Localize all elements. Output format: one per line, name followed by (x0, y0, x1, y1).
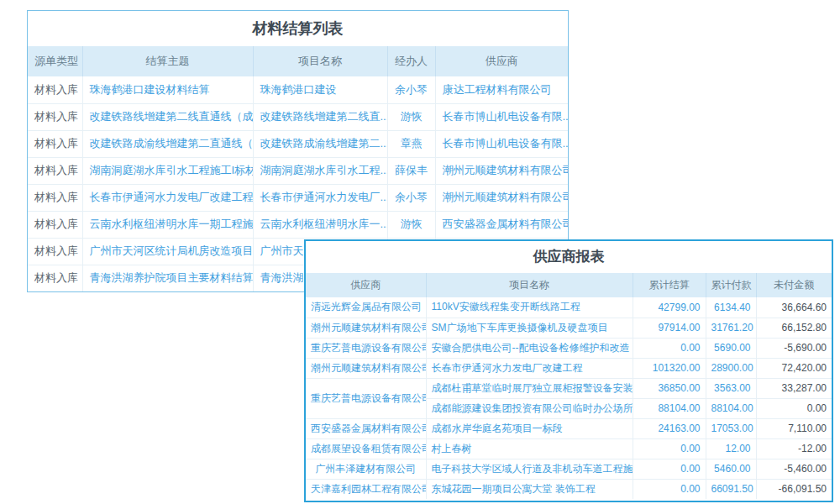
cell-unpaid-amount: -66,091.50 (756, 479, 832, 499)
table-row: 重庆艺普电源设备有限公司 成都杜甫草堂临时展厅独立展柜报警设备安装项目 3685… (306, 378, 832, 398)
cell-total-settled[interactable]: 24163.00 (633, 418, 706, 438)
cell-project-link[interactable]: 安徽合肥供电公司--配电设备检修维护和改造 (426, 338, 633, 358)
cell-supplier-link[interactable]: 潮州元顺建筑材料有限公司 (306, 358, 426, 378)
cell-unpaid-amount: 36,664.60 (756, 297, 832, 318)
cell-unpaid-amount: 66,152.80 (756, 318, 832, 338)
table-row: 材料入库 长春市伊通河水力发电厂改建工程... 长春市伊通河水力发电厂... 余… (28, 184, 568, 211)
cell-unpaid-amount: 72,420.00 (756, 358, 832, 378)
cell-handler: 章燕 (387, 130, 435, 157)
cell-supplier-link[interactable]: 长春市博山机电设备有限... (435, 103, 568, 130)
cell-subject-link[interactable]: 青海洪湖养护院项目主要材料结算 (82, 265, 253, 291)
cell-supplier-link-merged[interactable]: 重庆艺普电源设备有限公司 (306, 378, 426, 418)
cell-source-type: 材料入库 (28, 238, 82, 265)
cell-total-paid[interactable]: 17053.00 (706, 418, 756, 438)
cell-total-paid[interactable]: 6134.40 (706, 297, 756, 318)
column-header-supplier: 供应商 (306, 273, 426, 297)
cell-project-link[interactable]: 成都能源建设集团投资有限公司临时办公场所装修 (426, 398, 633, 418)
cell-supplier-link[interactable]: 潮州元顺建筑材料有限公司 (435, 184, 568, 211)
table-row: 材料入库 改建铁路线增建第二线直通线（成... 改建铁路线增建第二线直... 游… (28, 103, 568, 130)
cell-source-type: 材料入库 (28, 130, 82, 157)
table-row: 广州丰泽建材有限公司 电子科技大学区域人行道及非机动车道工程施工 0.00 54… (306, 459, 832, 479)
cell-source-type: 材料入库 (28, 103, 82, 130)
cell-subject-link[interactable]: 广州市天河区统计局机房改造项目... (82, 238, 253, 265)
cell-total-settled[interactable]: 42799.00 (633, 297, 706, 318)
column-header-supplier: 供应商 (435, 46, 568, 76)
cell-total-settled[interactable]: 101320.00 (633, 358, 706, 378)
cell-project-link[interactable]: 改建铁路成渝线增建第二... (253, 130, 387, 157)
cell-total-settled[interactable]: 36850.00 (633, 378, 706, 398)
cell-supplier-link[interactable]: 长春市博山机电设备有限... (435, 130, 568, 157)
cell-supplier-link[interactable]: 天津嘉利园林工程有限公司 (306, 479, 426, 499)
cell-source-type: 材料入库 (28, 184, 82, 211)
cell-total-settled[interactable]: 0.00 (633, 479, 706, 499)
cell-project-link[interactable]: 成都水岸华庭名苑项目一标段 (426, 418, 633, 438)
column-header-unpaid: 未付金额 (756, 273, 832, 297)
cell-subject-link[interactable]: 长春市伊通河水力发电厂改建工程... (82, 184, 253, 211)
cell-source-type: 材料入库 (28, 76, 82, 103)
cell-project-link[interactable]: 电子科技大学区域人行道及非机动车道工程施工 (426, 459, 633, 479)
cell-project-link[interactable]: SM广场地下车库更换摄像机及硬盘项目 (426, 318, 633, 338)
supplier-report-panel: 供应商报表 供应商 项目名称 累计结算 累计付款 未付金额 清远光辉金属品有限公… (304, 239, 833, 502)
cell-supplier-link[interactable]: 成都展望设备租赁有限公司 (306, 438, 426, 459)
cell-subject-link[interactable]: 珠海鹤港口建设材料结算 (82, 76, 253, 103)
cell-unpaid-amount: -12.00 (756, 438, 832, 459)
cell-subject-link[interactable]: 改建铁路成渝线增建第二直通线（... (82, 130, 253, 157)
table-row: 西安盛器金属材料有限公司 成都水岸华庭名苑项目一标段 24163.00 1705… (306, 418, 832, 438)
column-header-subject: 结算主题 (82, 46, 253, 76)
cell-subject-link[interactable]: 改建铁路线增建第二线直通线（成... (82, 103, 253, 130)
cell-total-paid[interactable]: 88104.00 (706, 398, 756, 418)
cell-total-settled[interactable]: 0.00 (633, 338, 706, 358)
table-row: 材料入库 云南水利枢纽潜明水库一期工程施... 云南水利枢纽潜明水库一... 游… (28, 211, 568, 238)
column-header-project: 项目名称 (253, 46, 387, 76)
cell-total-settled[interactable]: 0.00 (633, 459, 706, 479)
cell-supplier-link[interactable]: 潮州元顺建筑材料有限公司 (306, 318, 426, 338)
column-header-handler: 经办人 (387, 46, 435, 76)
cell-supplier-link[interactable]: 重庆艺普电源设备有限公司 (306, 338, 426, 358)
cell-project-link[interactable]: 村上春树 (426, 438, 633, 459)
cell-total-paid[interactable]: 12.00 (706, 438, 756, 459)
column-header-total-paid: 累计付款 (706, 273, 756, 297)
cell-total-paid[interactable]: 66091.50 (706, 479, 756, 499)
cell-supplier-link[interactable]: 清远光辉金属品有限公司 (306, 297, 426, 318)
cell-project-link[interactable]: 珠海鹤港口建设 (253, 76, 387, 103)
cell-total-paid[interactable]: 5460.00 (706, 459, 756, 479)
cell-total-settled[interactable]: 88104.00 (633, 398, 706, 418)
cell-total-settled[interactable]: 97914.00 (633, 318, 706, 338)
cell-project-link[interactable]: 成都杜甫草堂临时展厅独立展柜报警设备安装项目 (426, 378, 633, 398)
table-row: 材料入库 珠海鹤港口建设材料结算 珠海鹤港口建设 余小琴 康达工程材料有限公司 (28, 76, 568, 103)
table-row: 潮州元顺建筑材料有限公司 长春市伊通河水力发电厂改建工程 101320.00 2… (306, 358, 832, 378)
cell-supplier-link[interactable]: 康达工程材料有限公司 (435, 76, 568, 103)
cell-subject-link[interactable]: 湖南洞庭湖水库引水工程施工I标材... (82, 157, 253, 184)
cell-total-paid[interactable]: 3563.00 (706, 378, 756, 398)
cell-subject-link[interactable]: 云南水利枢纽潜明水库一期工程施... (82, 211, 253, 238)
cell-supplier-link[interactable]: 西安盛器金属材料有限公司 (306, 418, 426, 438)
cell-handler: 余小琴 (387, 76, 435, 103)
cell-project-link[interactable]: 东城花园一期项目公寓大堂 装饰工程 (426, 479, 633, 499)
cell-unpaid-amount: -5,690.00 (756, 338, 832, 358)
cell-project-link[interactable]: 云南水利枢纽潜明水库一... (253, 211, 387, 238)
cell-project-link[interactable]: 110kV安徽线程集变开断线路工程 (426, 297, 633, 318)
cell-total-settled[interactable]: 0.00 (633, 438, 706, 459)
cell-project-link[interactable]: 长春市伊通河水力发电厂... (253, 184, 387, 211)
cell-supplier-link[interactable]: 西安盛器金属材料有限公司 (435, 211, 568, 238)
cell-project-link[interactable]: 改建铁路线增建第二线直... (253, 103, 387, 130)
table-row: 重庆艺普电源设备有限公司 安徽合肥供电公司--配电设备检修维护和改造 0.00 … (306, 338, 832, 358)
table-row: 潮州元顺建筑材料有限公司 SM广场地下车库更换摄像机及硬盘项目 97914.00… (306, 318, 832, 338)
table-header-row: 源单类型 结算主题 项目名称 经办人 供应商 (28, 46, 568, 76)
cell-total-paid[interactable]: 31761.20 (706, 318, 756, 338)
column-header-total-settled: 累计结算 (633, 273, 706, 297)
table-row: 清远光辉金属品有限公司 110kV安徽线程集变开断线路工程 42799.00 6… (306, 297, 832, 318)
cell-source-type: 材料入库 (28, 265, 82, 291)
cell-total-paid[interactable]: 28900.00 (706, 358, 756, 378)
table-row: 成都展望设备租赁有限公司 村上春树 0.00 12.00 -12.00 (306, 438, 832, 459)
cell-project-link[interactable]: 湖南洞庭湖水库引水工程... (253, 157, 387, 184)
cell-handler: 游恢 (387, 103, 435, 130)
supplier-report-table: 供应商 项目名称 累计结算 累计付款 未付金额 清远光辉金属品有限公司 110k… (306, 273, 832, 499)
column-header-project: 项目名称 (426, 273, 633, 297)
cell-project-link[interactable]: 长春市伊通河水力发电厂改建工程 (426, 358, 633, 378)
cell-handler: 余小琴 (387, 184, 435, 211)
cell-supplier-link[interactable]: 广州丰泽建材有限公司 (306, 459, 426, 479)
cell-source-type: 材料入库 (28, 157, 82, 184)
cell-supplier-link[interactable]: 潮州元顺建筑材料有限公司 (435, 157, 568, 184)
cell-total-paid[interactable]: 5690.00 (706, 338, 756, 358)
